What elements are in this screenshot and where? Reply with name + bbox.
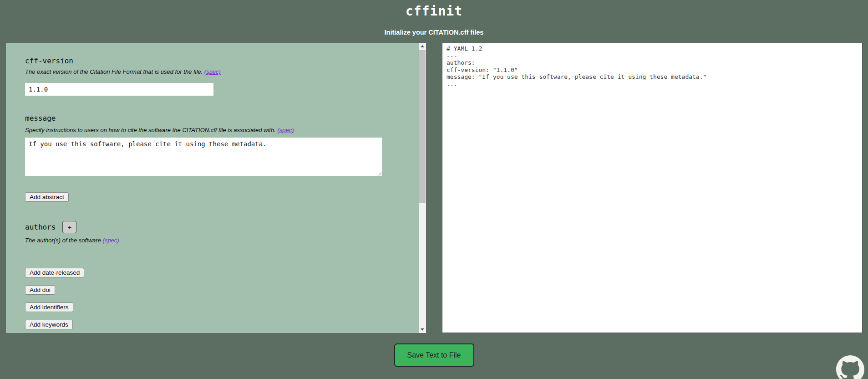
authors-spec-link[interactable]: (spec) [103,237,119,244]
page-header: cffinit Initialize your CITATION.cff fil… [0,0,868,36]
authors-row: authors + [25,221,419,233]
save-text-to-file-button[interactable]: Save Text to File [394,343,474,367]
yaml-preview-panel[interactable]: # YAML 1.2 --- authors: cff-version: "1.… [442,43,863,333]
scrollbar-thumb[interactable] [419,50,426,203]
message-textarea[interactable]: If you use this software, please cite it… [25,138,382,176]
github-link[interactable] [836,355,864,379]
add-identifiers-button[interactable]: Add identifiers [25,302,73,312]
app-title: cffinit [0,0,868,19]
app-subtitle: Initialize your CITATION.cff files [0,19,868,36]
cff-version-label: cff-version [25,56,419,66]
add-keywords-button[interactable]: Add keywords [25,320,73,329]
authors-label: authors [25,223,56,232]
github-icon [836,355,864,379]
message-label: message [25,114,419,123]
scrollbar-down-arrow-icon[interactable] [419,326,426,333]
message-spec-link[interactable]: (spec) [277,127,294,133]
authors-description: The author(s) of the software (spec) [25,237,419,244]
cff-version-description-text: The exact version of the Citation File F… [25,68,203,75]
message-description: Specify instructions to users on how to … [25,127,419,134]
form-content: cff-version The exact version of the Cit… [6,43,419,333]
form-panel: cff-version The exact version of the Cit… [6,43,426,333]
cff-version-spec-link[interactable]: (spec) [204,68,221,75]
cff-version-input[interactable] [25,83,213,96]
form-scrollbar[interactable] [419,43,426,333]
authors-description-text: The author(s) of the software [25,237,101,244]
scrollbar-up-arrow-icon[interactable] [419,43,426,50]
add-doi-button[interactable]: Add doi [25,285,55,295]
add-author-button[interactable]: + [62,221,76,233]
add-date-released-button[interactable]: Add date-released [25,268,84,277]
yaml-preview-text[interactable]: # YAML 1.2 --- authors: cff-version: "1.… [442,43,862,89]
add-abstract-button[interactable]: Add abstract [25,192,69,202]
cff-version-description: The exact version of the Citation File F… [25,68,419,76]
message-description-text: Specify instructions to users on how to … [25,127,276,133]
